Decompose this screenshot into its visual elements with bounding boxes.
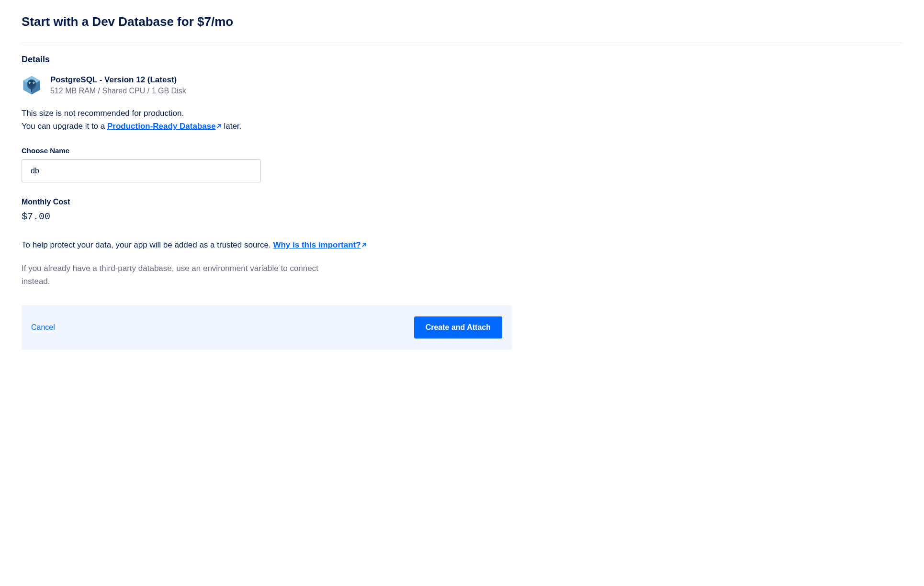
cost-label: Monthly Cost <box>22 198 902 206</box>
size-note: This size is not recommended for product… <box>22 107 902 133</box>
size-note-prefix: You can upgrade it to a <box>22 122 107 131</box>
cost-value: $7.00 <box>22 211 902 222</box>
page-title: Start with a Dev Database for $7/mo <box>22 14 902 29</box>
external-link-icon <box>361 240 367 250</box>
cancel-button[interactable]: Cancel <box>31 323 55 332</box>
third-party-note: If you already have a third-party databa… <box>22 262 318 288</box>
details-heading: Details <box>22 55 902 65</box>
external-link-icon <box>216 120 222 133</box>
database-info: PostgreSQL - Version 12 (Latest) 512 MB … <box>22 75 902 95</box>
svg-point-7 <box>29 82 30 83</box>
divider <box>22 43 902 43</box>
svg-point-8 <box>33 82 34 83</box>
name-input[interactable] <box>22 159 261 182</box>
create-attach-button[interactable]: Create and Attach <box>414 316 502 338</box>
svg-point-4 <box>28 80 35 88</box>
database-specs: 512 MB RAM / Shared CPU / 1 GB Disk <box>50 87 186 95</box>
trusted-source-text: To help protect your data, your app will… <box>22 240 273 249</box>
database-text: PostgreSQL - Version 12 (Latest) 512 MB … <box>50 75 186 95</box>
size-note-suffix: later. <box>222 122 242 131</box>
postgresql-icon <box>22 75 42 95</box>
production-ready-link[interactable]: Production-Ready Database <box>107 122 222 131</box>
database-title: PostgreSQL - Version 12 (Latest) <box>50 75 186 85</box>
trusted-source-note: To help protect your data, your app will… <box>22 240 902 250</box>
why-important-link[interactable]: Why is this important? <box>273 240 366 249</box>
name-label: Choose Name <box>22 146 902 155</box>
size-note-line1: This size is not recommended for product… <box>22 109 184 118</box>
action-bar: Cancel Create and Attach <box>22 305 512 350</box>
